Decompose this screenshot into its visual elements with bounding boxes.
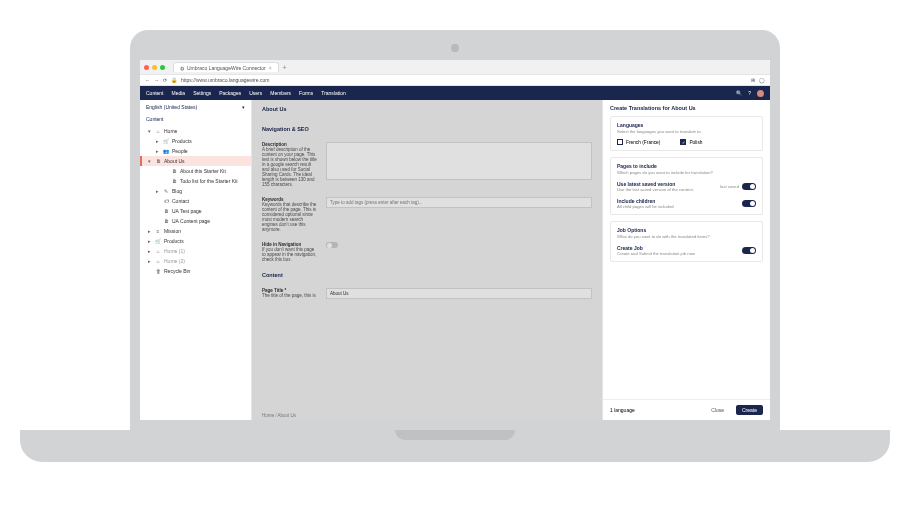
caret-icon[interactable]: ▾ bbox=[148, 128, 152, 134]
tree-about-us[interactable]: ▾🗎About Us bbox=[140, 156, 251, 166]
tree-blog[interactable]: ▸✎Blog bbox=[140, 186, 251, 196]
card-subtitle: Which pages do you want to include for t… bbox=[617, 170, 756, 175]
tree-label: Home bbox=[164, 128, 177, 134]
job-card: Job Options What do you want to do with … bbox=[610, 221, 763, 262]
create-button[interactable]: Create bbox=[736, 405, 763, 415]
tree-label: About this Starter Kit bbox=[180, 168, 226, 174]
document-icon: 🗎 bbox=[163, 208, 169, 214]
caret-icon[interactable]: ▸ bbox=[148, 228, 152, 234]
lang-option-french[interactable]: French (France) bbox=[617, 139, 660, 145]
tree-people[interactable]: ▸👥People bbox=[140, 146, 251, 156]
nav-packages[interactable]: Packages bbox=[219, 90, 241, 96]
panel-footer: 1 language Close Create bbox=[603, 399, 770, 420]
nav-members[interactable]: Members bbox=[270, 90, 291, 96]
close-window-icon[interactable] bbox=[144, 65, 149, 70]
tree-products[interactable]: ▸🛒Products bbox=[140, 136, 251, 146]
tag-icon: 🏷 bbox=[163, 198, 169, 204]
document-icon: 🗎 bbox=[155, 158, 161, 164]
sidebar-section-title: Content bbox=[140, 114, 251, 126]
document-icon: 🗎 bbox=[171, 178, 177, 184]
caret-icon[interactable]: ▾ bbox=[148, 158, 152, 164]
url-text[interactable]: https://www.umbraco.languagewire.com bbox=[181, 77, 269, 83]
back-icon[interactable]: ← bbox=[145, 77, 150, 83]
cart-icon: 🛒 bbox=[163, 138, 169, 144]
tree-contact[interactable]: 🏷Contact bbox=[140, 196, 251, 206]
maximize-window-icon[interactable] bbox=[160, 65, 165, 70]
tree-label: Todo list for the Starter Kit bbox=[180, 178, 238, 184]
content-tree: ▾⌂Home ▸🛒Products ▸👥People ▾🗎About Us 🗎A… bbox=[140, 126, 251, 276]
avatar[interactable] bbox=[757, 90, 764, 97]
tree-about-starter-kit[interactable]: 🗎About this Starter Kit bbox=[140, 166, 251, 176]
translation-panel: Create Translations for About Us Languag… bbox=[602, 100, 770, 420]
toggle-latest-version[interactable] bbox=[742, 183, 756, 190]
document-icon: 🗎 bbox=[171, 168, 177, 174]
new-tab-button[interactable]: + bbox=[283, 64, 287, 71]
browser-tab[interactable]: ◍ Umbraco LanguageWire Connector × bbox=[173, 62, 279, 72]
home-icon: ⌂ bbox=[155, 248, 161, 254]
close-tab-icon[interactable]: × bbox=[269, 65, 272, 71]
nav-users[interactable]: Users bbox=[249, 90, 262, 96]
language-selector[interactable]: English (United States) ▾ bbox=[140, 100, 251, 114]
extension-icon[interactable]: ⊞ bbox=[751, 77, 755, 83]
editor: About Us Navigation & SEO Description A … bbox=[252, 100, 602, 420]
app-top-nav: Content Media Settings Packages Users Me… bbox=[140, 86, 770, 100]
tree-label: People bbox=[172, 148, 188, 154]
nav-translation[interactable]: Translation bbox=[321, 90, 346, 96]
lang-option-polish[interactable]: ✓ Polish bbox=[680, 139, 702, 145]
pages-card: Pages to include Which pages do you want… bbox=[610, 157, 763, 215]
toggle-create-job[interactable] bbox=[742, 247, 756, 254]
tree-home-1[interactable]: ▸⌂Home (1) bbox=[140, 246, 251, 256]
tree-label: Mission bbox=[164, 228, 181, 234]
tree-label: UA Content page bbox=[172, 218, 210, 224]
tree-ua-test[interactable]: 🗎UA Test page bbox=[140, 206, 251, 216]
reload-icon[interactable]: ⟳ bbox=[163, 77, 167, 83]
caret-icon[interactable]: ▸ bbox=[148, 258, 152, 264]
checkbox-icon[interactable] bbox=[617, 139, 623, 145]
caret-icon[interactable]: ▸ bbox=[156, 148, 160, 154]
lang-label: French (France) bbox=[626, 140, 660, 145]
trash-icon: 🗑 bbox=[155, 268, 161, 274]
tree-home-2[interactable]: ▸⌂Home (2) bbox=[140, 256, 251, 266]
tree-recycle-bin[interactable]: 🗑Recycle Bin bbox=[140, 266, 251, 276]
option-subtitle: Create and Submit the translation job no… bbox=[617, 251, 742, 256]
panel-title: Create Translations for About Us bbox=[603, 100, 770, 116]
nav-media[interactable]: Media bbox=[172, 90, 186, 96]
lock-icon: 🔒 bbox=[171, 77, 177, 83]
tree-label: Blog bbox=[172, 188, 182, 194]
search-icon[interactable]: 🔍 bbox=[736, 90, 742, 96]
option-subtitle: All child pages will be included bbox=[617, 204, 742, 209]
help-icon[interactable]: ? bbox=[748, 90, 751, 96]
tree-home[interactable]: ▾⌂Home bbox=[140, 126, 251, 136]
tab-title: Umbraco LanguageWire Connector bbox=[187, 65, 266, 71]
caret-icon[interactable]: ▸ bbox=[156, 188, 160, 194]
laptop-base bbox=[20, 430, 890, 462]
tree-mission[interactable]: ▸≡Mission bbox=[140, 226, 251, 236]
card-title: Languages bbox=[617, 122, 756, 128]
caret-icon[interactable]: ▸ bbox=[156, 138, 160, 144]
toggle-include-children[interactable] bbox=[742, 200, 756, 207]
tree-label: Recycle Bin bbox=[164, 268, 190, 274]
tree-products-root[interactable]: ▸🛒Products bbox=[140, 236, 251, 246]
profile-icon[interactable]: ◯ bbox=[759, 77, 765, 83]
tree-label: Home (1) bbox=[164, 248, 185, 254]
tree-label: UA Test page bbox=[172, 208, 202, 214]
tree-ua-content[interactable]: 🗎UA Content page bbox=[140, 216, 251, 226]
close-button[interactable]: Close bbox=[705, 405, 730, 415]
cart-icon: 🛒 bbox=[155, 238, 161, 244]
minimize-window-icon[interactable] bbox=[152, 65, 157, 70]
forward-icon[interactable]: → bbox=[154, 77, 159, 83]
option-latest-version: Use latest saved version Use the last sa… bbox=[617, 181, 756, 192]
list-icon: ≡ bbox=[155, 228, 161, 234]
nav-forms[interactable]: Forms bbox=[299, 90, 313, 96]
sidebar: English (United States) ▾ Content ▾⌂Home… bbox=[140, 100, 252, 420]
tree-todo-starter-kit[interactable]: 🗎Todo list for the Starter Kit bbox=[140, 176, 251, 186]
caret-icon[interactable]: ▸ bbox=[148, 238, 152, 244]
macos-window-controls[interactable] bbox=[144, 65, 165, 70]
nav-settings[interactable]: Settings bbox=[193, 90, 211, 96]
tree-label: Products bbox=[172, 138, 192, 144]
tree-label: Home (2) bbox=[164, 258, 185, 264]
checkbox-checked-icon[interactable]: ✓ bbox=[680, 139, 686, 145]
nav-content[interactable]: Content bbox=[146, 90, 164, 96]
caret-icon[interactable]: ▸ bbox=[148, 248, 152, 254]
modal-overlay bbox=[252, 100, 602, 420]
